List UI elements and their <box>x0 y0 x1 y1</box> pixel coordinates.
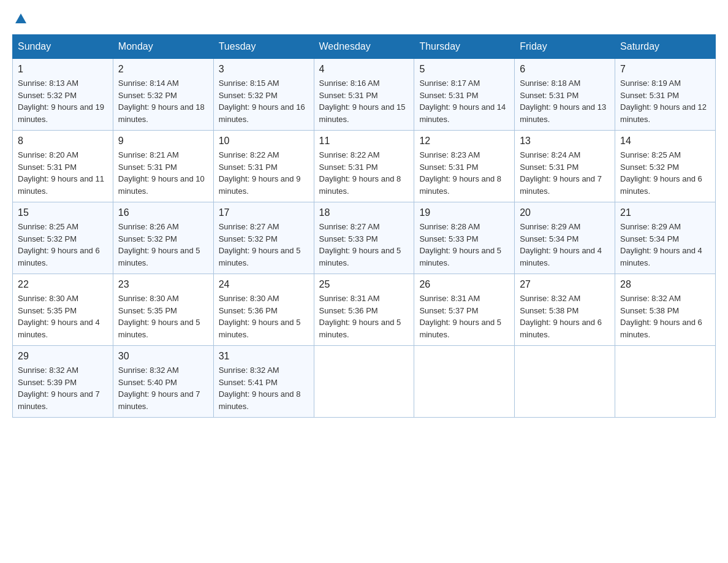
day-number: 22 <box>18 279 108 290</box>
day-info: Sunrise: 8:31 AMSunset: 5:37 PMDaylight:… <box>419 294 501 339</box>
day-cell: 3 Sunrise: 8:15 AMSunset: 5:32 PMDayligh… <box>213 59 314 131</box>
day-cell: 25 Sunrise: 8:31 AMSunset: 5:36 PMDaylig… <box>314 274 414 346</box>
header-cell-monday: Monday <box>113 35 213 59</box>
day-number: 14 <box>620 136 710 147</box>
day-cell: 22 Sunrise: 8:30 AMSunset: 5:35 PMDaylig… <box>13 274 113 346</box>
day-info: Sunrise: 8:30 AMSunset: 5:35 PMDaylight:… <box>118 294 200 339</box>
week-row-4: 22 Sunrise: 8:30 AMSunset: 5:35 PMDaylig… <box>13 274 716 346</box>
calendar-table: SundayMondayTuesdayWednesdayThursdayFrid… <box>12 34 716 418</box>
day-info: Sunrise: 8:27 AMSunset: 5:32 PMDaylight:… <box>219 222 301 267</box>
day-info: Sunrise: 8:28 AMSunset: 5:33 PMDaylight:… <box>419 222 501 267</box>
calendar-header: SundayMondayTuesdayWednesdayThursdayFrid… <box>13 35 716 59</box>
day-cell: 23 Sunrise: 8:30 AMSunset: 5:35 PMDaylig… <box>113 274 213 346</box>
day-info: Sunrise: 8:24 AMSunset: 5:31 PMDaylight:… <box>520 150 602 196</box>
day-number: 25 <box>319 279 409 290</box>
day-cell: 16 Sunrise: 8:26 AMSunset: 5:32 PMDaylig… <box>113 202 213 274</box>
logo-triangle-icon <box>15 13 26 23</box>
day-info: Sunrise: 8:17 AMSunset: 5:31 PMDaylight:… <box>419 79 506 124</box>
day-info: Sunrise: 8:18 AMSunset: 5:31 PMDaylight:… <box>520 79 606 124</box>
day-info: Sunrise: 8:32 AMSunset: 5:41 PMDaylight:… <box>219 366 301 411</box>
day-number: 13 <box>520 136 610 147</box>
day-number: 24 <box>219 279 309 290</box>
week-row-3: 15 Sunrise: 8:25 AMSunset: 5:32 PMDaylig… <box>13 202 716 274</box>
day-info: Sunrise: 8:15 AMSunset: 5:32 PMDaylight:… <box>219 79 305 124</box>
day-number: 30 <box>118 351 208 362</box>
day-cell: 19 Sunrise: 8:28 AMSunset: 5:33 PMDaylig… <box>414 202 515 274</box>
day-number: 7 <box>620 64 710 75</box>
day-info: Sunrise: 8:30 AMSunset: 5:36 PMDaylight:… <box>219 294 301 339</box>
day-number: 8 <box>18 136 108 147</box>
week-row-2: 8 Sunrise: 8:20 AMSunset: 5:31 PMDayligh… <box>13 131 716 202</box>
day-number: 19 <box>419 207 509 218</box>
day-number: 15 <box>18 207 108 218</box>
header-cell-thursday: Thursday <box>414 35 515 59</box>
day-info: Sunrise: 8:29 AMSunset: 5:34 PMDaylight:… <box>620 222 702 267</box>
header-cell-friday: Friday <box>515 35 615 59</box>
day-number: 10 <box>219 136 309 147</box>
day-cell: 26 Sunrise: 8:31 AMSunset: 5:37 PMDaylig… <box>414 274 515 346</box>
day-number: 18 <box>319 207 409 218</box>
day-info: Sunrise: 8:32 AMSunset: 5:38 PMDaylight:… <box>520 294 602 339</box>
day-cell: 5 Sunrise: 8:17 AMSunset: 5:31 PMDayligh… <box>414 59 515 131</box>
day-cell: 29 Sunrise: 8:32 AMSunset: 5:39 PMDaylig… <box>13 346 113 418</box>
day-info: Sunrise: 8:32 AMSunset: 5:38 PMDaylight:… <box>620 294 702 339</box>
day-cell: 4 Sunrise: 8:16 AMSunset: 5:31 PMDayligh… <box>314 59 414 131</box>
day-number: 2 <box>118 64 208 75</box>
day-cell: 1 Sunrise: 8:13 AMSunset: 5:32 PMDayligh… <box>13 59 113 131</box>
header-cell-sunday: Sunday <box>13 35 113 59</box>
day-number: 16 <box>118 207 208 218</box>
day-cell: 14 Sunrise: 8:25 AMSunset: 5:32 PMDaylig… <box>615 131 716 202</box>
day-cell <box>414 346 515 418</box>
day-info: Sunrise: 8:13 AMSunset: 5:32 PMDaylight:… <box>18 79 104 124</box>
day-info: Sunrise: 8:20 AMSunset: 5:31 PMDaylight:… <box>18 150 104 196</box>
day-number: 5 <box>419 64 509 75</box>
day-cell: 11 Sunrise: 8:22 AMSunset: 5:31 PMDaylig… <box>314 131 414 202</box>
day-info: Sunrise: 8:30 AMSunset: 5:35 PMDaylight:… <box>18 294 100 339</box>
day-cell: 18 Sunrise: 8:27 AMSunset: 5:33 PMDaylig… <box>314 202 414 274</box>
day-cell: 20 Sunrise: 8:29 AMSunset: 5:34 PMDaylig… <box>515 202 615 274</box>
day-cell: 9 Sunrise: 8:21 AMSunset: 5:31 PMDayligh… <box>113 131 213 202</box>
day-cell: 6 Sunrise: 8:18 AMSunset: 5:31 PMDayligh… <box>515 59 615 131</box>
day-info: Sunrise: 8:27 AMSunset: 5:33 PMDaylight:… <box>319 222 401 267</box>
day-number: 4 <box>319 64 409 75</box>
day-number: 20 <box>520 207 610 218</box>
logo <box>12 12 26 23</box>
day-number: 21 <box>620 207 710 218</box>
header-cell-saturday: Saturday <box>615 35 716 59</box>
day-cell: 10 Sunrise: 8:22 AMSunset: 5:31 PMDaylig… <box>213 131 314 202</box>
day-info: Sunrise: 8:21 AMSunset: 5:31 PMDaylight:… <box>118 150 205 196</box>
day-cell <box>615 346 716 418</box>
day-info: Sunrise: 8:25 AMSunset: 5:32 PMDaylight:… <box>18 222 100 267</box>
header-cell-tuesday: Tuesday <box>213 35 314 59</box>
day-cell: 12 Sunrise: 8:23 AMSunset: 5:31 PMDaylig… <box>414 131 515 202</box>
day-number: 27 <box>520 279 610 290</box>
day-number: 29 <box>18 351 108 362</box>
day-number: 31 <box>219 351 309 362</box>
day-info: Sunrise: 8:19 AMSunset: 5:31 PMDaylight:… <box>620 79 707 124</box>
day-cell: 21 Sunrise: 8:29 AMSunset: 5:34 PMDaylig… <box>615 202 716 274</box>
day-cell: 31 Sunrise: 8:32 AMSunset: 5:41 PMDaylig… <box>213 346 314 418</box>
day-cell <box>515 346 615 418</box>
day-cell: 13 Sunrise: 8:24 AMSunset: 5:31 PMDaylig… <box>515 131 615 202</box>
day-cell: 27 Sunrise: 8:32 AMSunset: 5:38 PMDaylig… <box>515 274 615 346</box>
day-info: Sunrise: 8:25 AMSunset: 5:32 PMDaylight:… <box>620 150 702 196</box>
header-cell-wednesday: Wednesday <box>314 35 414 59</box>
day-cell: 17 Sunrise: 8:27 AMSunset: 5:32 PMDaylig… <box>213 202 314 274</box>
day-cell: 8 Sunrise: 8:20 AMSunset: 5:31 PMDayligh… <box>13 131 113 202</box>
calendar-body: 1 Sunrise: 8:13 AMSunset: 5:32 PMDayligh… <box>13 59 716 418</box>
week-row-5: 29 Sunrise: 8:32 AMSunset: 5:39 PMDaylig… <box>13 346 716 418</box>
day-info: Sunrise: 8:22 AMSunset: 5:31 PMDaylight:… <box>319 150 401 196</box>
day-number: 26 <box>419 279 509 290</box>
day-info: Sunrise: 8:32 AMSunset: 5:39 PMDaylight:… <box>18 366 100 411</box>
day-number: 28 <box>620 279 710 290</box>
day-info: Sunrise: 8:26 AMSunset: 5:32 PMDaylight:… <box>118 222 200 267</box>
header <box>12 12 716 23</box>
day-number: 1 <box>18 64 108 75</box>
day-info: Sunrise: 8:22 AMSunset: 5:31 PMDaylight:… <box>219 150 301 196</box>
day-info: Sunrise: 8:14 AMSunset: 5:32 PMDaylight:… <box>118 79 205 124</box>
day-cell: 24 Sunrise: 8:30 AMSunset: 5:36 PMDaylig… <box>213 274 314 346</box>
day-number: 3 <box>219 64 309 75</box>
week-row-1: 1 Sunrise: 8:13 AMSunset: 5:32 PMDayligh… <box>13 59 716 131</box>
day-number: 17 <box>219 207 309 218</box>
day-cell <box>314 346 414 418</box>
